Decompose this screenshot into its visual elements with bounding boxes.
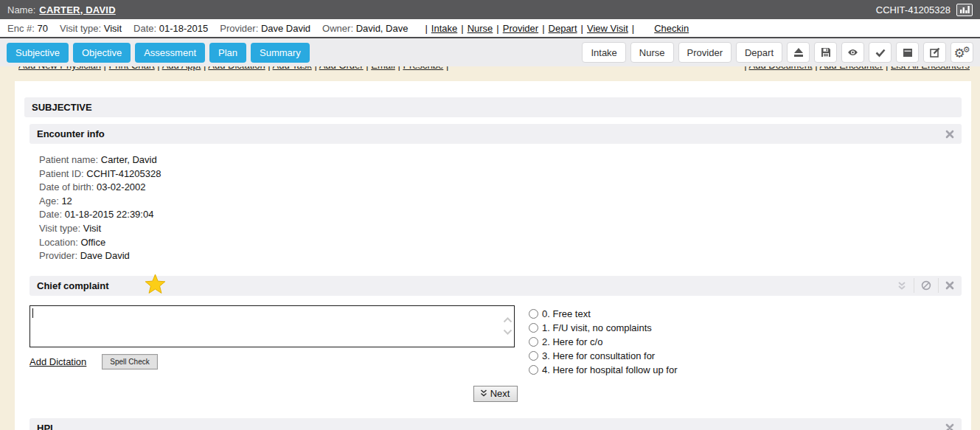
name-label: Name: xyxy=(7,4,35,15)
view-visit-link[interactable]: View Visit xyxy=(587,23,628,34)
radio-button[interactable] xyxy=(529,337,538,347)
provider-field: Provider: Dave David xyxy=(220,23,310,34)
add-appt-link[interactable]: Add Appt xyxy=(162,66,201,71)
chevron-down-icon xyxy=(503,329,512,335)
archive-icon[interactable] xyxy=(896,42,919,63)
hpi-header: HPI xyxy=(29,418,962,430)
depart-button[interactable]: Depart xyxy=(736,42,782,63)
owner-field: Owner: David, Dave xyxy=(322,23,408,34)
eye-icon[interactable] xyxy=(841,42,864,63)
double-chevron-down-icon[interactable] xyxy=(897,281,907,291)
info-row: Age: 12 xyxy=(39,195,962,209)
info-row: Patient name: Carter, David xyxy=(39,153,962,167)
hpi-title: HPI xyxy=(37,423,53,430)
add-dictation-link-top[interactable]: Add Dictation xyxy=(208,66,265,71)
radio-option[interactable]: 2. Here for c/o xyxy=(529,335,678,349)
next-button[interactable]: Next xyxy=(473,386,518,402)
nurse-button[interactable]: Nurse xyxy=(630,42,674,63)
eject-icon[interactable] xyxy=(787,42,810,63)
intake-link[interactable]: Intake xyxy=(431,23,457,34)
add-encounter-link[interactable]: Add Encounter xyxy=(819,66,883,71)
chevron-up-icon xyxy=(503,317,512,323)
spell-check-button[interactable]: Spell Check xyxy=(102,354,157,370)
add-dictation-link[interactable]: Add Dictation xyxy=(29,356,86,367)
info-row: Location: Office xyxy=(39,236,962,250)
tab-summary[interactable]: Summary xyxy=(251,43,310,63)
add-new-physician-link[interactable]: Add New Physician xyxy=(18,66,101,71)
close-icon[interactable] xyxy=(945,130,954,139)
visit-type-field: Visit type: Visit xyxy=(60,23,122,34)
title-bar: Name: CARTER, DAVID CCHIT-41205328 xyxy=(0,0,980,19)
radio-button[interactable] xyxy=(529,323,538,333)
radio-option[interactable]: 0. Free text xyxy=(529,307,678,321)
tab-objective[interactable]: Objective xyxy=(73,43,131,63)
check-icon[interactable] xyxy=(869,42,892,63)
tab-assessment[interactable]: Assessment xyxy=(135,43,205,63)
info-row: Provider: Dave David xyxy=(39,249,962,263)
quick-links-row: Add New Physician Print Chart Add Appt A… xyxy=(0,66,980,75)
subjective-section-header: SUBJECTIVE xyxy=(24,97,962,117)
info-row: Date: 01-18-2015 22:39:04 xyxy=(39,208,962,222)
tab-subjective[interactable]: Subjective xyxy=(7,43,69,63)
double-chevron-down-icon xyxy=(480,389,487,398)
nurse-link[interactable]: Nurse xyxy=(468,23,493,34)
quick-links-right: Add Document Add Encounter List All Enco… xyxy=(744,66,970,71)
info-row: Patient ID: CCHIT-41205328 xyxy=(39,167,962,181)
bar-chart-icon[interactable] xyxy=(956,4,973,16)
radio-option[interactable]: 4. Here for hospital follow up for xyxy=(529,363,678,377)
close-icon[interactable] xyxy=(945,423,954,430)
star-icon xyxy=(145,274,166,297)
note-card: SUBJECTIVE Encounter info Patient name: … xyxy=(15,81,971,430)
text-caret xyxy=(32,308,33,318)
quick-links-left: Add New Physician Print Chart Add Appt A… xyxy=(18,66,448,71)
add-document-link[interactable]: Add Document xyxy=(749,66,813,71)
patient-id: CCHIT-41205328 xyxy=(876,4,951,15)
enc-number-field: Enc #: 70 xyxy=(7,23,48,34)
chief-complaint-header: Chief complaint xyxy=(29,276,962,296)
email-link[interactable]: Email xyxy=(371,66,395,71)
radio-button[interactable] xyxy=(529,309,538,319)
prescribe-link[interactable]: Prescribe xyxy=(403,66,443,71)
add-task-link[interactable]: Add Task xyxy=(273,66,312,71)
radio-button[interactable] xyxy=(529,351,538,361)
chief-complaint-title: Chief complaint xyxy=(37,280,109,291)
chief-complaint-textarea[interactable] xyxy=(29,305,515,347)
save-icon[interactable] xyxy=(814,42,837,63)
encounter-info-title: Encounter info xyxy=(37,128,105,139)
encounter-info-block: Patient name: Carter, David Patient ID: … xyxy=(39,153,962,263)
close-icon[interactable] xyxy=(945,281,954,290)
checkin-link[interactable]: Checkin xyxy=(654,23,689,34)
chief-complaint-options: 0. Free text 1. F/U visit, no complaints… xyxy=(529,305,678,377)
encounter-bar: Enc #: 70 Visit type: Visit Date: 01-18-… xyxy=(0,19,980,38)
info-row: Date of birth: 03-02-2002 xyxy=(39,181,962,195)
provider-button[interactable]: Provider xyxy=(678,42,731,63)
radio-option[interactable]: 3. Here for consultation for xyxy=(529,349,678,363)
info-row: Visit type: Visit xyxy=(39,222,962,236)
edit-icon[interactable] xyxy=(923,42,946,63)
date-field: Date: 01-18-2015 xyxy=(133,23,208,34)
subjective-title: SUBJECTIVE xyxy=(32,102,92,113)
provider-link[interactable]: Provider xyxy=(503,23,538,34)
print-chart-link[interactable]: Print Chart xyxy=(109,66,155,71)
tab-plan[interactable]: Plan xyxy=(209,43,246,63)
ban-icon[interactable] xyxy=(921,280,931,291)
toolbar: Subjective Objective Assessment Plan Sum… xyxy=(0,38,980,66)
add-order-link[interactable]: Add Order xyxy=(319,66,364,71)
intake-button[interactable]: Intake xyxy=(582,42,625,63)
gears-icon[interactable]: ⚙⚙ xyxy=(951,42,973,63)
radio-button[interactable] xyxy=(529,365,538,375)
depart-link[interactable]: Depart xyxy=(549,23,577,34)
patient-name-link[interactable]: CARTER, DAVID xyxy=(39,4,115,15)
textarea-scrollbar[interactable] xyxy=(501,306,514,347)
list-all-encounters-link[interactable]: List All Encounters xyxy=(891,66,970,71)
encounter-info-header: Encounter info xyxy=(29,124,962,144)
radio-option[interactable]: 1. F/U visit, no complaints xyxy=(529,321,678,335)
